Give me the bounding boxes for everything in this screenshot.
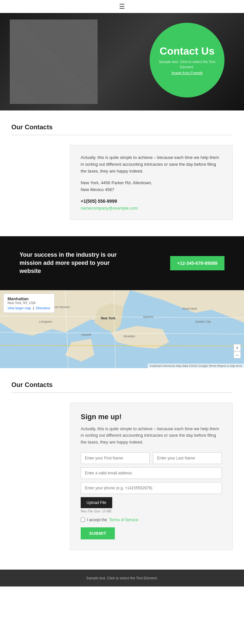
dark-banner: Your success in the industry is our miss…: [0, 236, 244, 290]
hero-background: Contact Us Sample text. Click to select …: [0, 13, 244, 110]
svg-text:East Hanover: East Hanover: [52, 305, 70, 309]
map-location-card: Manhattan New York, NY, USA View larger …: [3, 293, 55, 313]
hero-image-inner: [10, 19, 98, 104]
hero-section: Contact Us Sample text. Click to select …: [0, 13, 244, 110]
map-view-larger-link[interactable]: View larger map: [7, 306, 31, 310]
email-input[interactable]: [81, 467, 222, 479]
address-line1: New York, 4456 Parker Rd. Allentown,: [81, 180, 152, 185]
svg-text:New York: New York: [101, 316, 115, 320]
map-zoom-out-button[interactable]: –: [234, 351, 241, 358]
map-location-title: Manhattan: [7, 296, 50, 301]
signup-card: Sign me up! Actually, this is quite simp…: [70, 403, 233, 550]
hero-circle: Contact Us Sample text. Click to select …: [150, 23, 224, 97]
map-placeholder: New York Newark Brooklyn Queens Great Ne…: [0, 290, 244, 368]
image-from-text: Image from: [171, 71, 190, 75]
tos-label: I accept the: [87, 518, 107, 522]
first-name-input[interactable]: [81, 452, 150, 464]
map-location-subtitle: New York, NY, USA: [7, 301, 50, 305]
address-line2: New Mexico 4567: [81, 187, 114, 192]
svg-text:Queens: Queens: [143, 315, 154, 318]
map-zoom-in-button[interactable]: +: [234, 344, 241, 351]
dark-banner-text: Your success in the industry is our miss…: [20, 251, 117, 276]
name-row: [81, 452, 222, 464]
hamburger-icon[interactable]: ☰: [119, 3, 125, 10]
freepik-link[interactable]: Freepik: [191, 71, 203, 75]
contacts-section-2: Our Contacts Sign me up! Actually, this …: [0, 368, 244, 570]
map-zoom-controls: + –: [234, 344, 241, 358]
contacts-section-1: Our Contacts Actually, this is quite sim…: [0, 110, 244, 226]
svg-text:Brooklyn: Brooklyn: [124, 335, 135, 338]
signup-description: Actually, this is quite simple to achiev…: [81, 426, 222, 446]
contacts-title-1: Our Contacts: [11, 123, 233, 131]
hero-image: [10, 19, 98, 104]
tos-row: I accept the Terms of Service: [81, 518, 222, 522]
last-name-input[interactable]: [153, 452, 222, 464]
tos-link[interactable]: Terms of Service: [109, 518, 138, 522]
hero-subtitle: Sample text. Click to select the Text El…: [156, 59, 218, 70]
contacts-title-2: Our Contacts: [11, 381, 233, 389]
svg-text:Great Neck: Great Neck: [182, 307, 197, 310]
map-footer: Keyboard shortcuts Map data ©2023 Google…: [148, 364, 244, 368]
dark-banner-phone-button[interactable]: +12-345-678-89089: [170, 256, 224, 270]
contact-description: Actually, this is quite simple to achiev…: [81, 154, 222, 174]
signup-title: Sign me up!: [81, 413, 222, 421]
tos-checkbox[interactable]: [81, 518, 85, 522]
map-section: New York Newark Brooklyn Queens Great Ne…: [0, 290, 244, 368]
footer-text: Sample text. Click to select the Text El…: [11, 576, 233, 580]
contact-address: New York, 4456 Parker Rd. Allentown, New…: [81, 180, 222, 193]
svg-text:Livingston: Livingston: [39, 320, 52, 323]
contact-email[interactable]: namecompany@example.com: [81, 206, 222, 211]
file-size-note: Max File Size: 10 MB: [81, 509, 222, 513]
site-footer: Sample text. Click to select the Text El…: [0, 570, 244, 586]
hero-title: Contact Us: [160, 45, 215, 57]
svg-text:Newark: Newark: [81, 333, 91, 336]
map-directions-link[interactable]: Directions: [36, 306, 50, 310]
contact-card: Actually, this is quite simple to achiev…: [70, 145, 233, 220]
phone-input[interactable]: [81, 482, 222, 494]
section-divider-1: [11, 135, 233, 135]
top-navigation: ☰: [0, 0, 244, 13]
submit-button[interactable]: SUBMIT: [81, 527, 115, 539]
contact-phone: +1(505) 556-9999: [81, 199, 222, 204]
hero-image-credit[interactable]: Image from Freepik: [171, 71, 202, 75]
upload-file-button[interactable]: Upload File: [81, 497, 112, 508]
section-divider-2: [11, 393, 233, 393]
tos-text: I accept the Terms of Service: [87, 518, 138, 522]
svg-text:Garden City: Garden City: [195, 320, 211, 323]
